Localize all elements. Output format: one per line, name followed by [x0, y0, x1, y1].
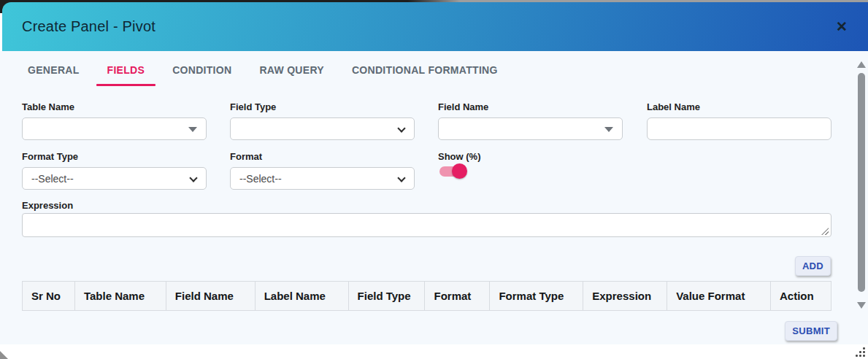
expression-textarea[interactable]: [22, 213, 831, 237]
format-type-field: Format Type --Select--: [22, 151, 207, 190]
label-name-label: Label Name: [647, 101, 831, 112]
chevron-down-icon: [189, 174, 197, 182]
close-icon[interactable]: ✕: [836, 20, 848, 34]
chevron-down-icon: [397, 174, 405, 182]
show-percent-label: Show (%): [438, 151, 623, 162]
window-resize-grip-icon[interactable]: [856, 347, 865, 357]
format-value: --Select--: [239, 173, 282, 185]
col-action: Action: [771, 282, 831, 311]
label-name-input[interactable]: [647, 117, 831, 140]
col-label-name: Label Name: [255, 282, 348, 311]
tab-fields[interactable]: FIELDS: [107, 64, 145, 86]
show-percent-toggle[interactable]: [439, 166, 464, 177]
dropdown-arrow-icon: [604, 127, 613, 132]
format-type-label: Format Type: [22, 151, 207, 162]
create-panel-dialog: Create Panel - Pivot ✕ GENERAL FIELDS CO…: [0, 0, 868, 359]
tab-general[interactable]: GENERAL: [28, 64, 80, 86]
tab-condition[interactable]: CONDITION: [172, 64, 231, 86]
tab-bar: GENERAL FIELDS CONDITION RAW QUERY CONDI…: [28, 64, 498, 86]
field-name-field: Field Name: [438, 101, 623, 140]
format-field: Format --Select--: [230, 151, 415, 190]
expression-label: Expression: [22, 200, 831, 211]
format-label: Format: [230, 151, 415, 162]
field-name-label: Field Name: [438, 101, 623, 112]
fields-table: Sr No Table Name Field Name Label Name F…: [22, 281, 831, 311]
toggle-thumb: [452, 163, 467, 179]
submit-button[interactable]: SUBMIT: [785, 321, 837, 341]
table-name-label: Table Name: [22, 101, 207, 112]
scrollbar-thumb[interactable]: [858, 73, 865, 292]
col-sr-no: Sr No: [23, 282, 75, 311]
field-type-field: Field Type: [230, 101, 415, 140]
col-field-type: Field Type: [348, 282, 425, 311]
field-type-select[interactable]: [230, 117, 415, 140]
bottom-left-corner: [0, 351, 8, 359]
field-name-select[interactable]: [438, 117, 623, 140]
col-value-format: Value Format: [667, 282, 771, 311]
scroll-down-arrow-icon[interactable]: [857, 302, 866, 309]
scrollbar: [856, 54, 867, 343]
dropdown-arrow-icon: [188, 127, 197, 132]
show-percent-field: Show (%): [438, 151, 623, 167]
label-name-field: Label Name: [647, 101, 831, 140]
scroll-up-arrow-icon[interactable]: [857, 61, 866, 68]
format-type-select[interactable]: --Select--: [22, 167, 207, 190]
format-select[interactable]: --Select--: [230, 167, 415, 190]
dialog-header: Create Panel - Pivot ✕: [2, 2, 868, 51]
col-format-type: Format Type: [490, 282, 583, 311]
table-name-field: Table Name: [22, 101, 207, 140]
add-button[interactable]: ADD: [795, 256, 831, 276]
format-type-value: --Select--: [31, 173, 74, 185]
tab-raw-query[interactable]: RAW QUERY: [259, 64, 324, 86]
col-expression: Expression: [583, 282, 667, 311]
table-name-select[interactable]: [22, 117, 207, 140]
col-table-name: Table Name: [74, 282, 166, 311]
table-header-row: Sr No Table Name Field Name Label Name F…: [23, 282, 831, 311]
col-format: Format: [425, 282, 490, 311]
col-field-name: Field Name: [166, 282, 255, 311]
dialog-title: Create Panel - Pivot: [22, 18, 155, 35]
field-type-label: Field Type: [230, 101, 415, 112]
chevron-down-icon: [397, 124, 405, 132]
tab-conditional-formatting[interactable]: CONDITIONAL FORMATTING: [352, 64, 498, 86]
